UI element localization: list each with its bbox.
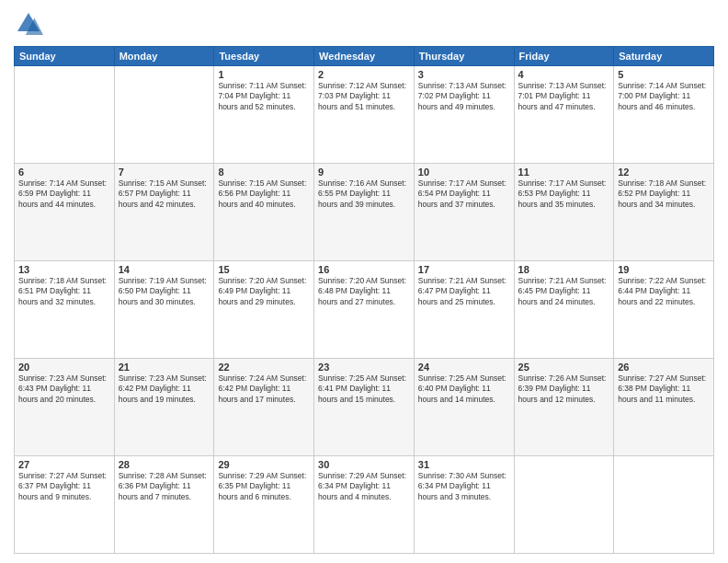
- calendar-day-header: Sunday: [15, 47, 115, 66]
- day-number: 18: [518, 264, 610, 275]
- calendar-cell: 23Sunrise: 7:25 AM Sunset: 6:41 PM Dayli…: [314, 359, 415, 456]
- calendar-week-row: 13Sunrise: 7:18 AM Sunset: 6:51 PM Dayli…: [15, 261, 714, 359]
- day-number: 10: [418, 167, 510, 178]
- cell-info: Sunrise: 7:25 AM Sunset: 6:40 PM Dayligh…: [418, 373, 510, 405]
- calendar-cell: 6Sunrise: 7:14 AM Sunset: 6:59 PM Daylig…: [15, 164, 115, 261]
- cell-info: Sunrise: 7:29 AM Sunset: 6:34 PM Dayligh…: [318, 471, 410, 502]
- calendar-cell: [614, 456, 714, 554]
- calendar-cell: 7Sunrise: 7:15 AM Sunset: 6:57 PM Daylig…: [114, 164, 214, 261]
- calendar-cell: 31Sunrise: 7:30 AM Sunset: 6:34 PM Dayli…: [414, 456, 514, 554]
- day-number: 7: [119, 167, 210, 178]
- calendar-cell: 26Sunrise: 7:27 AM Sunset: 6:38 PM Dayli…: [614, 359, 714, 456]
- day-number: 2: [318, 69, 410, 80]
- calendar-day-header: Tuesday: [214, 47, 314, 66]
- calendar-week-row: 6Sunrise: 7:14 AM Sunset: 6:59 PM Daylig…: [15, 164, 714, 261]
- cell-info: Sunrise: 7:12 AM Sunset: 7:03 PM Dayligh…: [318, 81, 410, 112]
- cell-info: Sunrise: 7:18 AM Sunset: 6:51 PM Dayligh…: [18, 276, 110, 307]
- day-number: 22: [218, 362, 310, 373]
- day-number: 29: [218, 459, 310, 470]
- day-number: 19: [618, 264, 710, 275]
- day-number: 8: [218, 167, 310, 178]
- calendar-cell: 21Sunrise: 7:23 AM Sunset: 6:42 PM Dayli…: [114, 359, 214, 456]
- cell-info: Sunrise: 7:29 AM Sunset: 6:35 PM Dayligh…: [218, 471, 310, 502]
- day-number: 20: [18, 362, 110, 373]
- day-number: 27: [18, 459, 110, 470]
- day-number: 15: [218, 264, 310, 275]
- cell-info: Sunrise: 7:24 AM Sunset: 6:42 PM Dayligh…: [218, 373, 310, 405]
- day-number: 12: [618, 167, 710, 178]
- calendar-cell: [514, 456, 614, 554]
- cell-info: Sunrise: 7:30 AM Sunset: 6:34 PM Dayligh…: [418, 471, 510, 502]
- day-number: 17: [418, 264, 510, 275]
- cell-info: Sunrise: 7:28 AM Sunset: 6:36 PM Dayligh…: [119, 471, 210, 502]
- day-number: 13: [18, 264, 110, 275]
- calendar-cell: 18Sunrise: 7:21 AM Sunset: 6:45 PM Dayli…: [514, 261, 614, 359]
- calendar-cell: 10Sunrise: 7:17 AM Sunset: 6:54 PM Dayli…: [414, 164, 514, 261]
- calendar-cell: 29Sunrise: 7:29 AM Sunset: 6:35 PM Dayli…: [214, 456, 314, 554]
- cell-info: Sunrise: 7:11 AM Sunset: 7:04 PM Dayligh…: [218, 81, 310, 112]
- calendar-day-header: Wednesday: [314, 47, 415, 66]
- calendar-day-header: Friday: [514, 47, 614, 66]
- page: SundayMondayTuesdayWednesdayThursdayFrid…: [0, 0, 728, 563]
- calendar-cell: 27Sunrise: 7:27 AM Sunset: 6:37 PM Dayli…: [15, 456, 115, 554]
- day-number: 26: [618, 362, 710, 373]
- cell-info: Sunrise: 7:19 AM Sunset: 6:50 PM Dayligh…: [119, 276, 210, 307]
- calendar-day-header: Saturday: [614, 47, 714, 66]
- logo-icon: [14, 9, 43, 39]
- calendar-cell: 16Sunrise: 7:20 AM Sunset: 6:48 PM Dayli…: [314, 261, 415, 359]
- cell-info: Sunrise: 7:21 AM Sunset: 6:45 PM Dayligh…: [518, 276, 610, 307]
- day-number: 28: [119, 459, 210, 470]
- calendar-table: SundayMondayTuesdayWednesdayThursdayFrid…: [14, 46, 714, 554]
- cell-info: Sunrise: 7:20 AM Sunset: 6:49 PM Dayligh…: [218, 276, 310, 307]
- cell-info: Sunrise: 7:15 AM Sunset: 6:56 PM Dayligh…: [218, 178, 310, 210]
- day-number: 14: [119, 264, 210, 275]
- calendar-cell: 9Sunrise: 7:16 AM Sunset: 6:55 PM Daylig…: [314, 164, 415, 261]
- day-number: 31: [418, 459, 510, 470]
- calendar-cell: 14Sunrise: 7:19 AM Sunset: 6:50 PM Dayli…: [114, 261, 214, 359]
- calendar-week-row: 27Sunrise: 7:27 AM Sunset: 6:37 PM Dayli…: [15, 456, 714, 554]
- logo: [14, 9, 47, 39]
- calendar-cell: 25Sunrise: 7:26 AM Sunset: 6:39 PM Dayli…: [514, 359, 614, 456]
- calendar-cell: 19Sunrise: 7:22 AM Sunset: 6:44 PM Dayli…: [614, 261, 714, 359]
- calendar-week-row: 1Sunrise: 7:11 AM Sunset: 7:04 PM Daylig…: [15, 66, 714, 164]
- calendar-cell: 15Sunrise: 7:20 AM Sunset: 6:49 PM Dayli…: [214, 261, 314, 359]
- cell-info: Sunrise: 7:17 AM Sunset: 6:53 PM Dayligh…: [518, 178, 610, 210]
- header: [14, 9, 714, 39]
- cell-info: Sunrise: 7:14 AM Sunset: 7:00 PM Dayligh…: [618, 81, 710, 112]
- calendar-cell: 8Sunrise: 7:15 AM Sunset: 6:56 PM Daylig…: [214, 164, 314, 261]
- calendar-week-row: 20Sunrise: 7:23 AM Sunset: 6:43 PM Dayli…: [15, 359, 714, 456]
- day-number: 24: [418, 362, 510, 373]
- day-number: 6: [18, 167, 110, 178]
- calendar-cell: [15, 66, 115, 164]
- day-number: 30: [318, 459, 410, 470]
- cell-info: Sunrise: 7:20 AM Sunset: 6:48 PM Dayligh…: [318, 276, 410, 307]
- calendar-cell: 12Sunrise: 7:18 AM Sunset: 6:52 PM Dayli…: [614, 164, 714, 261]
- calendar-cell: 22Sunrise: 7:24 AM Sunset: 6:42 PM Dayli…: [214, 359, 314, 456]
- day-number: 4: [518, 69, 610, 80]
- day-number: 11: [518, 167, 610, 178]
- day-number: 16: [318, 264, 410, 275]
- day-number: 1: [218, 69, 310, 80]
- calendar-cell: 5Sunrise: 7:14 AM Sunset: 7:00 PM Daylig…: [614, 66, 714, 164]
- day-number: 21: [119, 362, 210, 373]
- cell-info: Sunrise: 7:27 AM Sunset: 6:38 PM Dayligh…: [618, 373, 710, 405]
- cell-info: Sunrise: 7:15 AM Sunset: 6:57 PM Dayligh…: [119, 178, 210, 210]
- cell-info: Sunrise: 7:13 AM Sunset: 7:02 PM Dayligh…: [418, 81, 510, 112]
- calendar-cell: 17Sunrise: 7:21 AM Sunset: 6:47 PM Dayli…: [414, 261, 514, 359]
- calendar-header-row: SundayMondayTuesdayWednesdayThursdayFrid…: [15, 47, 714, 66]
- calendar-cell: 2Sunrise: 7:12 AM Sunset: 7:03 PM Daylig…: [314, 66, 415, 164]
- calendar-day-header: Monday: [114, 47, 214, 66]
- calendar-cell: 11Sunrise: 7:17 AM Sunset: 6:53 PM Dayli…: [514, 164, 614, 261]
- cell-info: Sunrise: 7:16 AM Sunset: 6:55 PM Dayligh…: [318, 178, 410, 210]
- cell-info: Sunrise: 7:25 AM Sunset: 6:41 PM Dayligh…: [318, 373, 410, 405]
- day-number: 25: [518, 362, 610, 373]
- cell-info: Sunrise: 7:23 AM Sunset: 6:43 PM Dayligh…: [18, 373, 110, 405]
- cell-info: Sunrise: 7:21 AM Sunset: 6:47 PM Dayligh…: [418, 276, 510, 307]
- cell-info: Sunrise: 7:26 AM Sunset: 6:39 PM Dayligh…: [518, 373, 610, 405]
- day-number: 23: [318, 362, 410, 373]
- calendar-cell: [114, 66, 214, 164]
- day-number: 3: [418, 69, 510, 80]
- calendar-cell: 13Sunrise: 7:18 AM Sunset: 6:51 PM Dayli…: [15, 261, 115, 359]
- calendar-day-header: Thursday: [414, 47, 514, 66]
- cell-info: Sunrise: 7:22 AM Sunset: 6:44 PM Dayligh…: [618, 276, 710, 307]
